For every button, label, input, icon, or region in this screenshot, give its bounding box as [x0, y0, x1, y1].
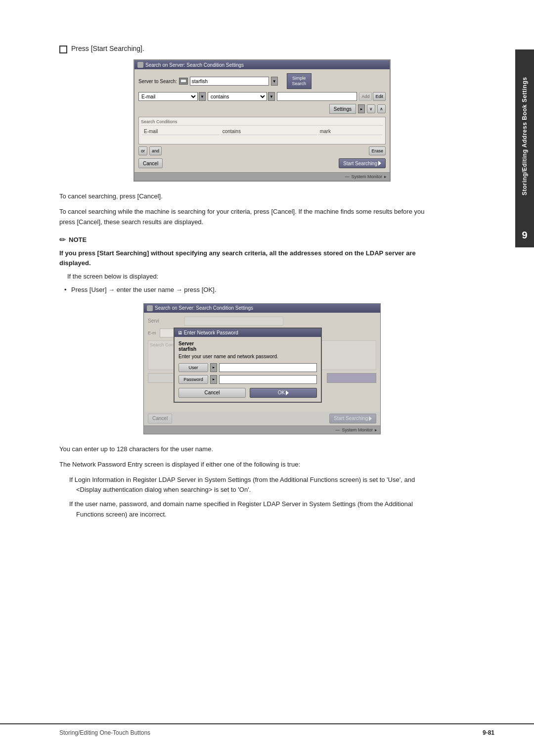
dialog1-bottom-buttons: Cancel Start Searching [138, 158, 386, 168]
user-row: User ▸ [178, 363, 317, 372]
dialog1-titlebar: Search on Server: Search Condition Setti… [134, 60, 390, 69]
footer-left: Storing/Editing One-Touch Buttons [59, 729, 150, 736]
step-header: Press [Start Searching]. [59, 45, 435, 53]
note-bullet: Press [User] → enter the user name → pre… [71, 285, 435, 295]
settings-button[interactable]: Settings [329, 104, 356, 114]
system-monitor-bar: — System Monitor ▸ [134, 172, 390, 181]
dialog2-server-row: Servi [148, 317, 376, 326]
overlay-button-row: Cancel OK [178, 388, 317, 398]
expand-button[interactable]: ∧ [377, 104, 386, 113]
search-value-input[interactable] [277, 92, 357, 101]
dialog2: Search on Server: Search Condition Setti… [143, 303, 381, 434]
user-input[interactable] [219, 363, 317, 372]
ok-arrow-icon [286, 390, 289, 395]
network-password-desc: The Network Password Entry screen is dis… [59, 460, 435, 470]
dialog2-body: Servi E-m Search Conditions [144, 313, 380, 412]
server-label: Server to Search: [138, 79, 177, 84]
page-footer: Storing/Editing One-Touch Buttons 9-81 [0, 723, 534, 736]
or-and-row: or and Erase [138, 146, 386, 155]
dialog2-titlebar: Search on Server: Search Condition Setti… [144, 304, 380, 313]
settings-dropdown[interactable]: ▸ [358, 104, 365, 113]
system-monitor-label: System Monitor [351, 174, 382, 179]
conditions-header-row: E-mail contains mark [142, 128, 382, 135]
erase-button[interactable]: Erase [369, 146, 386, 155]
overlay-title-icon: 🖥 [178, 330, 182, 335]
search-conditions-header: Search Conditions [141, 119, 383, 126]
cancel-detail: To cancel searching while the machine is… [59, 207, 435, 228]
bullet-list: If Login Information in Register LDAP Se… [69, 475, 435, 520]
collapse-button[interactable]: ∨ [367, 104, 375, 113]
dialog2-system-monitor-label: System Monitor [342, 427, 373, 432]
step-instruction: Press [Start Searching]. [71, 45, 144, 52]
overlay-server-label: Server [178, 341, 194, 346]
dialog1-icon [137, 62, 143, 68]
user-button[interactable]: User [178, 363, 208, 372]
overlay-network-prompt: Enter your user name and network passwor… [178, 354, 317, 359]
dialog2-container: Search on Server: Search Condition Setti… [89, 303, 435, 434]
overlay-server-name: Server starfish [178, 341, 317, 352]
col-contains: contains [221, 128, 317, 135]
note-title: NOTE [69, 236, 87, 243]
server-input[interactable] [190, 77, 269, 86]
start-searching-button[interactable]: Start Searching [339, 158, 386, 168]
cancel-button[interactable]: Cancel [138, 158, 163, 168]
conditions-table: E-mail contains mark [141, 127, 383, 142]
add-edit-buttons: Add Edit [359, 92, 386, 101]
overlay-title: 🖥 Enter Network Password [175, 329, 321, 337]
and-button[interactable]: and [149, 146, 162, 155]
dialog2-arrow-icon [369, 416, 372, 421]
col-mark: mark [318, 128, 382, 135]
server-dropdown-arrow[interactable]: ▼ [271, 77, 278, 86]
dialog2-icon [147, 305, 153, 311]
overlay-ok-button[interactable]: OK [250, 388, 317, 398]
note-pencil-icon: ✏ [59, 235, 66, 244]
edit-button[interactable]: Edit [373, 92, 386, 101]
overlay-cancel-button[interactable]: Cancel [178, 388, 246, 398]
user-dropdown[interactable]: ▸ [210, 363, 217, 372]
field-select[interactable]: E-mail [138, 92, 198, 101]
conditions-row-2 [142, 139, 382, 141]
password-dropdown[interactable]: ▸ [210, 375, 217, 384]
dialog2-cancel-button[interactable]: Cancel [148, 414, 172, 424]
overlay-dialog: 🖥 Enter Network Password Server starfish… [174, 328, 322, 403]
password-input[interactable] [219, 375, 317, 384]
server-icon [179, 78, 188, 85]
password-row: Password ▸ [178, 375, 317, 384]
dialog2-bottom: Cancel Start Searching [144, 412, 380, 425]
condition-select[interactable]: contains [208, 92, 267, 101]
dialog1-title: Search on Server: Search Condition Setti… [145, 62, 244, 68]
sidebar-label: Storing/Editing Address Book Settings [515, 49, 534, 223]
server-search-row: Server to Search: ▼ SimpleSearch [138, 73, 386, 89]
condition-dropdown-arrow[interactable]: ▼ [268, 92, 275, 101]
dialog1-container: Search on Server: Search Condition Setti… [89, 59, 435, 182]
field-dropdown-arrow[interactable]: ▼ [199, 92, 206, 101]
dialog2-start-searching[interactable]: Start Searching [329, 414, 376, 424]
col-email: E-mail [142, 128, 220, 135]
svg-rect-1 [181, 80, 186, 82]
simple-search-button[interactable]: SimpleSearch [287, 73, 312, 89]
settings-row: Settings ▸ ∨ ∧ [138, 104, 386, 114]
search-conditions-box: Search Conditions E-mail contains mark [138, 117, 386, 144]
dialog1: Search on Server: Search Condition Setti… [134, 59, 391, 182]
footer-right: 9-81 [483, 729, 494, 736]
chapter-number: 9 [515, 223, 534, 247]
bullet-item-1: If Login Information in Register LDAP Se… [69, 475, 435, 496]
bullet-item-2: If the user name, password, and domain n… [69, 499, 435, 520]
dialog2-title: Search on Server: Search Condition Setti… [155, 305, 253, 311]
note-header: ✏ NOTE [59, 235, 435, 244]
note-section: ✏ NOTE If you press [Start Searching] wi… [59, 235, 435, 295]
char-limit-text: You can enter up to 128 characters for t… [59, 444, 435, 455]
dialog2-server-label: Servi [148, 318, 182, 324]
note-bold-text: If you press [Start Searching] without s… [59, 248, 435, 268]
or-button[interactable]: or [138, 146, 147, 155]
dialog1-body: Server to Search: ▼ SimpleSearch [134, 69, 390, 172]
dialog2-system-monitor: — System Monitor ▸ [144, 425, 380, 434]
password-button[interactable]: Password [178, 375, 208, 384]
add-button[interactable]: Add [359, 92, 372, 101]
cancel-note: To cancel searching, press [Cancel]. [59, 191, 435, 202]
checkbox-icon [59, 46, 67, 53]
start-search-arrow-icon [378, 161, 381, 166]
conditions-row-1 [142, 136, 382, 138]
note-sub-text: If the screen below is displayed: [67, 272, 435, 282]
email-condition-row: E-mail ▼ contains ▼ [138, 92, 386, 101]
